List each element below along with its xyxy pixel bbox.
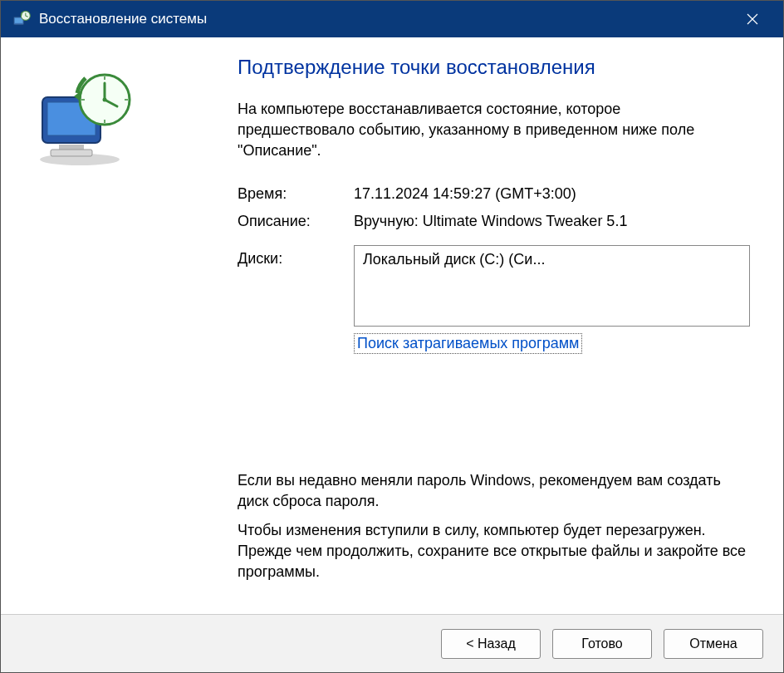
window-title: Восстановление системы xyxy=(39,11,733,27)
time-value: 17.11.2024 14:59:27 (GMT+3:00) xyxy=(354,185,750,203)
svg-rect-1 xyxy=(15,18,23,23)
app-icon xyxy=(12,10,31,28)
system-restore-icon xyxy=(34,156,134,170)
scan-affected-programs-link[interactable]: Поиск затрагиваемых программ xyxy=(354,333,582,354)
description-label: Описание: xyxy=(238,213,354,230)
cancel-button[interactable]: Отмена xyxy=(664,629,763,659)
close-button[interactable] xyxy=(733,1,772,37)
wizard-main: Подтверждение точки восстановления На ко… xyxy=(225,56,750,606)
disks-row: Диски: Локальный диск (C:) (Си... xyxy=(238,245,750,327)
notes-block: Если вы недавно меняли пароль Windows, р… xyxy=(238,470,750,583)
page-heading: Подтверждение точки восстановления xyxy=(238,56,750,79)
back-button[interactable]: < Назад xyxy=(441,629,541,659)
time-label: Время: xyxy=(238,185,354,203)
disks-label: Диски: xyxy=(238,245,354,268)
description-value: Вручную: Ultimate Windows Tweaker 5.1 xyxy=(354,213,750,230)
disk-item[interactable]: Локальный диск (C:) (Си... xyxy=(363,251,741,268)
description-row: Описание: Вручную: Ultimate Windows Twea… xyxy=(238,213,750,230)
intro-text: На компьютере восстанавливается состояни… xyxy=(238,99,750,162)
time-row: Время: 17.11.2024 14:59:27 (GMT+3:00) xyxy=(238,185,750,203)
wizard-footer: < Назад Готово Отмена xyxy=(1,614,783,672)
titlebar[interactable]: Восстановление системы xyxy=(1,1,783,37)
finish-button[interactable]: Готово xyxy=(552,629,652,659)
svg-rect-8 xyxy=(59,145,84,150)
disks-listbox[interactable]: Локальный диск (C:) (Си... xyxy=(354,245,750,327)
svg-rect-9 xyxy=(51,150,92,156)
client-area: Подтверждение точки восстановления На ко… xyxy=(1,37,783,672)
system-restore-wizard: Восстановление системы xyxy=(0,0,784,673)
wizard-sidebar xyxy=(17,56,225,606)
note-restart: Чтобы изменения вступили в силу, компьют… xyxy=(238,520,750,583)
note-password: Если вы недавно меняли пароль Windows, р… xyxy=(238,470,750,512)
